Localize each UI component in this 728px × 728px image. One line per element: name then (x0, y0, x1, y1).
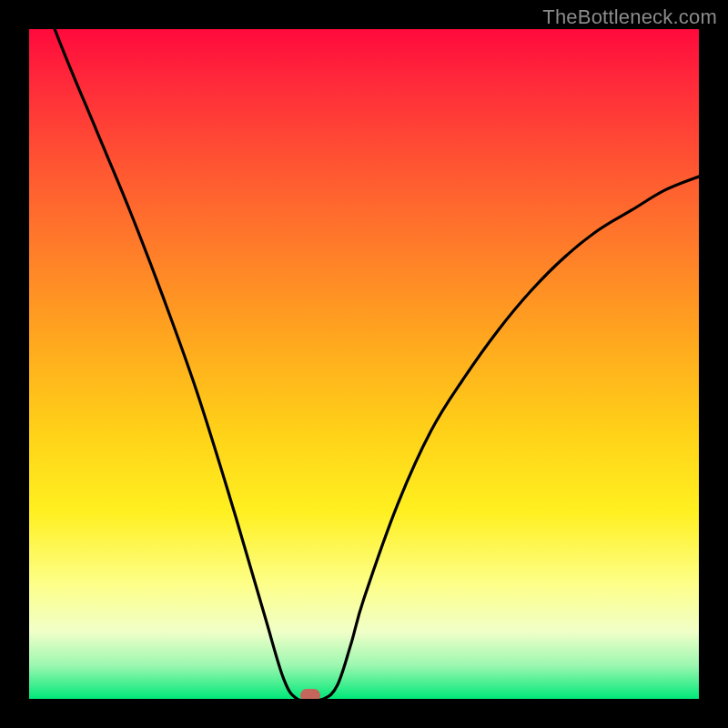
optimal-marker-icon (300, 689, 320, 699)
chart-frame: TheBottleneck.com (0, 0, 728, 728)
bottleneck-curve (29, 29, 699, 699)
plot-area (29, 29, 699, 699)
watermark-label: TheBottleneck.com (542, 5, 717, 29)
